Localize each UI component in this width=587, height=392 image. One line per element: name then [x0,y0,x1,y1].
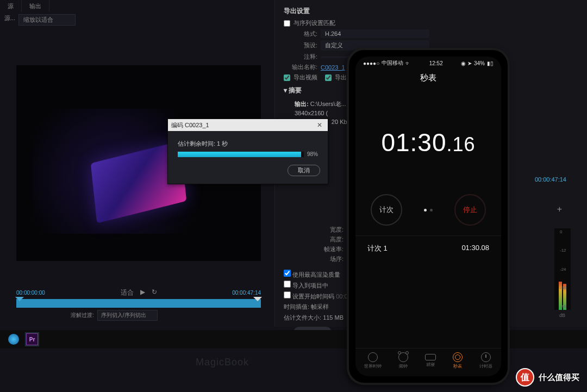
eta-text: 估计剩余时间: 1 秒 [178,140,318,148]
lap-button[interactable]: 计次 [371,194,402,226]
est-size-value: 115 MB [323,314,344,321]
match-sequence-label: 与序列设置匹配 [294,19,335,27]
stopwatch-title: 秒表 [355,73,501,83]
summary-output-label: 输出: [295,101,309,107]
transport-bar: 00:00:00:00 适合 ▶ ↻ 00:00:47:14 [16,287,261,298]
transition-dropdown[interactable]: 序列切入/序列切出 [97,310,158,321]
close-icon[interactable]: ✕ [315,121,324,129]
taskbar-premiere-icon[interactable]: Pr [25,332,39,346]
laptop-brand: MagicBook [196,357,249,368]
preset-label: 预设: [284,41,317,49]
summary-line-1: 3840x2160 ( [295,110,328,116]
dialog-titlebar[interactable]: 编码 C0023_1 ✕ [168,119,328,131]
stopwatch-time: 01:30.16 [355,128,501,157]
format-label: 格式: [284,30,317,38]
db-label: dB [559,313,565,318]
tab-alarm[interactable]: 闹钟 [398,352,408,369]
lap-time: 01:30.08 [461,244,489,253]
lap-label: 计次 1 [367,244,388,253]
preview-dropdown-row: 源... 缩放以适合 [0,12,80,28]
export-video-checkbox[interactable] [284,74,290,81]
stop-button[interactable]: 停止 [454,194,486,226]
time-interp-value[interactable]: 帧采样 [311,303,329,310]
progress-fill [178,152,301,157]
export-audio-checkbox[interactable] [325,74,332,81]
tab-output[interactable]: 输出 [22,0,49,12]
fit-dropdown[interactable]: 适合 [121,288,134,297]
dialog-title: 编码 C0023_1 [171,121,209,129]
max-quality-label: 使用最高渲染质量 [292,271,340,278]
meter-scale: 0-12-24-36-48 [560,228,572,310]
signal-icon: ●●●●○ [363,60,379,66]
wifi-icon: ⁠ᯤ [405,60,411,66]
timeline-timecode: 00:00:47:14 [535,176,566,183]
encoding-dialog: 编码 C0023_1 ✕ 估计剩余时间: 1 秒 98% 取消 [167,119,328,184]
phone-tab-bar: 世界时钟 闹钟 就寝 秒表 计时器 [355,348,501,373]
match-sequence-checkbox[interactable] [284,20,290,27]
progress-bar [178,152,304,157]
page-dots[interactable] [424,209,433,211]
phone-status-bar: ●●●●○ 中国移动 ⁠ᯤ 12:52 ◉ ➤ 34% ▮▯ [355,57,501,66]
scale-dropdown[interactable]: 缩放以适合 [18,14,76,26]
watermark-badge: 值 [516,368,534,387]
set-start-tc-label: 设置开始时间码 [292,293,334,300]
status-time: 12:52 [429,60,443,66]
set-start-tc-checkbox[interactable] [284,291,291,298]
timecode-out: 00:00:47:14 [232,290,261,296]
export-title: 导出设置 [284,7,578,16]
timeline-scrubber[interactable] [16,299,261,308]
comment-label: 注释: [284,53,317,61]
transport-controls[interactable]: 适合 ▶ ↻ [121,288,157,297]
tab-bedtime[interactable]: 就寝 [425,354,436,368]
lap-row-1: 计次 1 01:30.08 [355,235,501,253]
cancel-button[interactable]: 取消 [288,165,320,176]
zoom-in-icon[interactable]: + [557,204,562,214]
est-size-label: 估计文件大小: [284,314,321,321]
order-label: 场序: [284,255,344,263]
max-quality-checkbox[interactable] [284,270,291,277]
fps-label: 帧速率: [284,245,344,253]
loop-icon[interactable]: ↻ [152,288,157,297]
output-name-link[interactable]: C0023_1 [321,64,345,71]
import-project-checkbox[interactable] [284,281,291,288]
output-name-label: 输出名称: [284,63,317,71]
battery-percent: 34% [474,60,485,66]
tab-stopwatch[interactable]: 秒表 [453,352,463,369]
width-label: 宽度: [284,226,344,234]
import-project-label: 导入到项目中 [292,282,328,289]
tab-source[interactable]: 源 [0,0,22,12]
battery-icon: ▮▯ [487,60,494,66]
audio-meter: 0-12-24-36-48 [554,228,571,310]
export-video-label: 导出视频 [294,73,317,82]
phone-device: ●●●●○ 中国移动 ⁠ᯤ 12:52 ◉ ➤ 34% ▮▯ 秒表 01:30.… [347,48,510,385]
height-label: 高度: [284,235,344,244]
tab-world-clock[interactable]: 世界时钟 [364,352,382,369]
play-icon[interactable]: ▶ [140,288,145,297]
preview-tabs: 源 输出 [0,0,49,12]
taskbar-browser-icon[interactable] [7,332,21,346]
location-icon: ◉ ➤ [461,60,472,66]
timecode-in: 00:00:00:00 [16,290,45,296]
summary-line-0: C:\Users\老... [310,101,346,107]
transition-row: 溶解过渡: 序列切入/序列切出 [71,310,158,321]
time-interp-label: 时间插值: [284,303,309,310]
progress-percent: 98% [307,151,318,157]
format-dropdown[interactable]: H.264 [321,29,429,38]
watermark-text: 什么值得买 [539,372,579,383]
carrier-label: 中国移动 [382,59,403,67]
watermark: 值 什么值得买 [516,368,579,387]
tab-timer[interactable]: 计时器 [479,352,492,369]
summary-line-3: 20 Kb [332,119,347,125]
source-label: 源... [4,14,15,26]
transition-label: 溶解过渡: [71,312,94,319]
